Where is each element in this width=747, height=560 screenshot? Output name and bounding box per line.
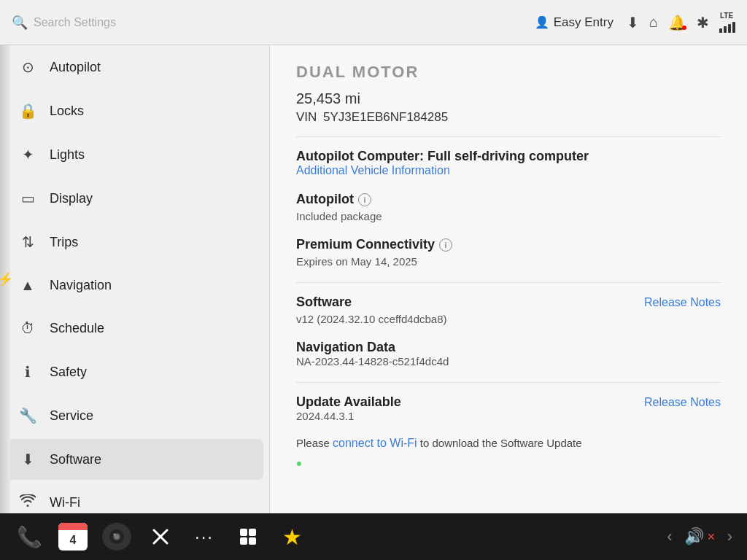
connectivity-label: Premium Connectivity [296, 237, 435, 252]
home-icon[interactable]: ⌂ [649, 14, 658, 31]
sidebar-item-safety[interactable]: ℹ Safety [0, 350, 269, 394]
sidebar-item-service[interactable]: 🔧 Service [0, 394, 269, 438]
software-release-notes[interactable]: Release Notes [644, 296, 721, 309]
lightning-icon: ⚡ [0, 271, 13, 287]
sidebar-label-lights: Lights [50, 147, 85, 163]
connectivity-info-icon[interactable]: i [439, 238, 452, 252]
sidebar-item-trips[interactable]: ⇅ Trips [0, 220, 269, 264]
sidebar-label-trips: Trips [50, 235, 78, 250]
nav-data-label: Navigation Data [296, 340, 721, 355]
autopilot-computer-block: Autopilot Computer: Full self-driving co… [296, 149, 721, 177]
service-icon: 🔧 [18, 407, 38, 424]
vin-label: VIN [296, 110, 317, 124]
autopilot-value: Included package [296, 210, 721, 222]
bar4 [732, 22, 735, 33]
navigation-icon: ▲ [18, 277, 38, 294]
phone-icon[interactable]: 📞 [15, 525, 44, 549]
search-icon: 🔍 [12, 15, 28, 31]
sidebar-item-lights[interactable]: ✦ Lights [0, 133, 269, 176]
sidebar-label-display: Display [50, 191, 93, 206]
mute-icon: ✕ [707, 531, 716, 542]
update-header-row: Update Available Release Notes [296, 394, 721, 410]
equalizer-icon[interactable] [233, 527, 263, 546]
download-icon[interactable]: ⬇ [627, 14, 639, 31]
software-header: Software Release Notes [296, 295, 721, 310]
sidebar-item-schedule[interactable]: ⏱ Schedule [0, 307, 269, 350]
sidebar-label-software: Software [50, 452, 101, 467]
user-icon: 👤 [535, 15, 549, 29]
sidebar: ⊙ Autopilot 🔒 Locks ✦ Lights ▭ Display ⇅… [0, 45, 270, 513]
safety-icon: ℹ [18, 363, 38, 381]
taskbar: 📞 4 ··· ★ ‹ 🔊 [0, 513, 747, 560]
vin-row: VIN 5YJ3E1EB6NF184285 [296, 110, 721, 125]
dots-icon[interactable]: ··· [190, 526, 219, 547]
software-block: Software Release Notes v12 (2024.32.10 c… [296, 295, 721, 325]
autopilot-row: Autopilot i [296, 192, 721, 207]
search-placeholder: Search Settings [34, 16, 116, 29]
autopilot-label: Autopilot [296, 192, 354, 207]
connect-wifi-link[interactable]: connect to Wi-Fi [333, 437, 417, 449]
sidebar-item-navigation[interactable]: ▲ Navigation [0, 264, 269, 307]
nav-data-block: Navigation Data NA-2023.44-14828-c521f4d… [296, 340, 721, 368]
sidebar-label-safety: Safety [50, 365, 87, 380]
mileage: 25,453 mi [296, 90, 721, 107]
autopilot-block: Autopilot i Included package [296, 192, 721, 222]
connectivity-row: Premium Connectivity i [296, 237, 721, 252]
sidebar-item-autopilot[interactable]: ⊙ Autopilot [0, 45, 269, 89]
update-notice-prefix: Please [296, 437, 333, 449]
sidebar-label-wifi: Wi-Fi [50, 495, 80, 510]
sidebar-item-locks[interactable]: 🔒 Locks [0, 89, 269, 133]
autopilot-icon: ⊙ [18, 58, 38, 76]
volume-speaker-icon: 🔊 [684, 527, 704, 546]
trips-icon: ⇅ [18, 233, 38, 251]
divider-2 [296, 282, 721, 283]
tools-icon[interactable] [146, 527, 175, 546]
calendar-icon[interactable]: 4 [58, 523, 88, 551]
sidebar-label-navigation: Navigation [50, 278, 112, 293]
calendar-number: 4 [70, 534, 77, 547]
sidebar-item-display[interactable]: ▭ Display [0, 176, 269, 220]
lights-icon: ✦ [18, 146, 38, 163]
autopilot-computer-label: Autopilot Computer: Full self-driving co… [296, 149, 721, 164]
nav-right-arrow[interactable]: › [727, 527, 732, 546]
search-area[interactable]: 🔍 Search Settings [12, 15, 535, 31]
svg-rect-7 [240, 529, 247, 536]
sidebar-item-software[interactable]: ⬇ Software [6, 439, 263, 480]
update-version: 2024.44.3.1 [296, 410, 721, 422]
software-label: Software [296, 295, 352, 310]
connectivity-value: Expires on May 14, 2025 [296, 255, 721, 268]
bar2 [724, 26, 727, 33]
star-icon[interactable]: ★ [277, 524, 306, 550]
connectivity-block: Premium Connectivity i Expires on May 14… [296, 237, 721, 268]
bluetooth-icon[interactable]: ✱ [697, 14, 709, 31]
additional-vehicle-link[interactable]: Additional Vehicle Information [296, 164, 721, 177]
main-content: DUAL MOTOR 25,453 mi VIN 5YJ3E1EB6NF1842… [270, 45, 747, 513]
bar1 [719, 28, 722, 33]
svg-point-4 [114, 534, 116, 536]
wifi-icon [18, 494, 38, 511]
display-icon: ▭ [18, 190, 38, 207]
update-release-notes[interactable]: Release Notes [644, 396, 721, 409]
top-icons: ⬇ ⌂ 🔔 ✱ LTE [627, 12, 735, 33]
user-area: 👤 Easy Entry [535, 15, 614, 30]
vehicle-title: DUAL MOTOR [296, 63, 721, 82]
sidebar-label-locks: Locks [50, 104, 84, 119]
svg-rect-10 [249, 537, 256, 545]
nav-left-arrow[interactable]: ‹ [667, 527, 672, 546]
sidebar-label-schedule: Schedule [50, 321, 104, 336]
bar3 [728, 24, 731, 33]
autopilot-info-icon[interactable]: i [358, 193, 371, 206]
sidebar-item-wifi[interactable]: Wi-Fi [0, 481, 269, 513]
software-version: v12 (2024.32.10 cceffd4dcba8) [296, 313, 721, 325]
sidebar-label-service: Service [50, 408, 93, 424]
top-bar-right: 👤 Easy Entry ⬇ ⌂ 🔔 ✱ LTE [535, 12, 735, 33]
divider-3 [296, 382, 721, 383]
locks-icon: 🔒 [18, 102, 38, 120]
camera-icon[interactable] [102, 523, 131, 551]
left-accent: ⚡ [0, 45, 10, 513]
top-bar: 🔍 Search Settings 👤 Easy Entry ⬇ ⌂ 🔔 ✱ L… [0, 0, 747, 45]
svg-rect-9 [240, 537, 247, 545]
update-notice-block: Please connect to Wi-Fi to download the … [296, 437, 721, 473]
bell-icon[interactable]: 🔔 [668, 14, 686, 31]
volume-control[interactable]: 🔊 ✕ [684, 527, 716, 546]
